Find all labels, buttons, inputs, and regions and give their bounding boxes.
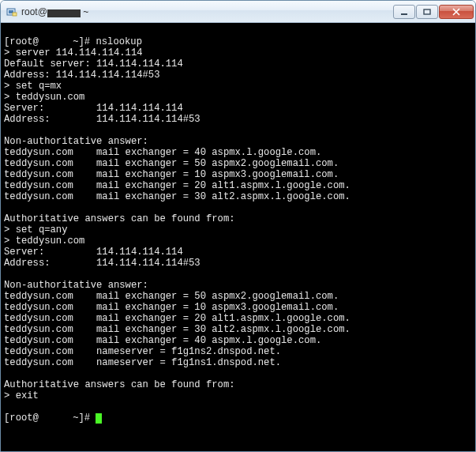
output-line: Default server: 114.114.114.114 [4, 58, 183, 70]
output-line: Server: 114.114.114.114 [4, 103, 183, 114]
output-line: teddysun.com mail exchanger = 50 aspmx2.… [4, 158, 339, 169]
terminal-body[interactable]: [root@ . . ~]# nslookup > server 114.114… [1, 23, 475, 451]
svg-rect-3 [401, 13, 407, 15]
minimize-button[interactable] [393, 5, 415, 19]
output-line: teddysun.com mail exchanger = 40 aspmx.l… [4, 335, 321, 346]
output-line: teddysun.com mail exchanger = 10 aspmx3.… [4, 302, 339, 313]
cursor-icon [96, 413, 102, 424]
output-line: Authoritative answers can be found from: [4, 379, 235, 390]
output-line: Address: 114.114.114.114#53 [4, 70, 159, 81]
prompt-line: [root@ . . ~]# nslookup [4, 36, 142, 47]
window-title: root@ ~ [21, 6, 393, 17]
titlebar[interactable]: root@ ~ [1, 1, 475, 23]
prompt-line: [root@. . ~]# [4, 412, 102, 424]
output-line: > exit [4, 390, 39, 401]
output-line: Authoritative answers can be found from: [4, 213, 235, 224]
output-line: > set q=mx [4, 81, 62, 92]
putty-icon [6, 6, 18, 18]
output-line: Non-authoritative answer: [4, 136, 148, 147]
terminal-window: root@ ~ [root@ . . ~]# nslookup > server… [0, 0, 476, 452]
svg-rect-4 [424, 9, 430, 14]
output-line: teddysun.com mail exchanger = 40 aspmx.l… [4, 147, 321, 158]
output-line: teddysun.com mail exchanger = 10 aspmx3.… [4, 169, 339, 180]
output-line: Server: 114.114.114.114 [4, 247, 183, 258]
window-controls [393, 5, 474, 19]
output-line: teddysun.com mail exchanger = 50 aspmx2.… [4, 291, 339, 302]
output-line: teddysun.com mail exchanger = 30 alt2.as… [4, 191, 350, 202]
output-line: Non-authoritative answer: [4, 280, 148, 291]
output-line: > set q=any [4, 224, 67, 235]
output-line: teddysun.com mail exchanger = 30 alt2.as… [4, 324, 350, 335]
output-line: Address: 114.114.114.114#53 [4, 114, 201, 125]
output-line: teddysun.com nameserver = f1g1ns2.dnspod… [4, 346, 281, 357]
output-line: teddysun.com mail exchanger = 20 alt1.as… [4, 313, 350, 324]
output-line: > teddysun.com [4, 235, 84, 247]
maximize-button[interactable] [416, 5, 438, 19]
output-line: teddysun.com mail exchanger = 20 alt1.as… [4, 180, 350, 191]
output-line: Address: 114.114.114.114#53 [4, 258, 201, 269]
output-line: teddysun.com nameserver = f1g1ns1.dnspod… [4, 357, 281, 368]
output-line: > server 114.114.114.114 [4, 47, 143, 58]
close-button[interactable] [439, 5, 474, 19]
output-line: > teddysun.com [4, 92, 84, 103]
svg-rect-2 [13, 13, 17, 16]
